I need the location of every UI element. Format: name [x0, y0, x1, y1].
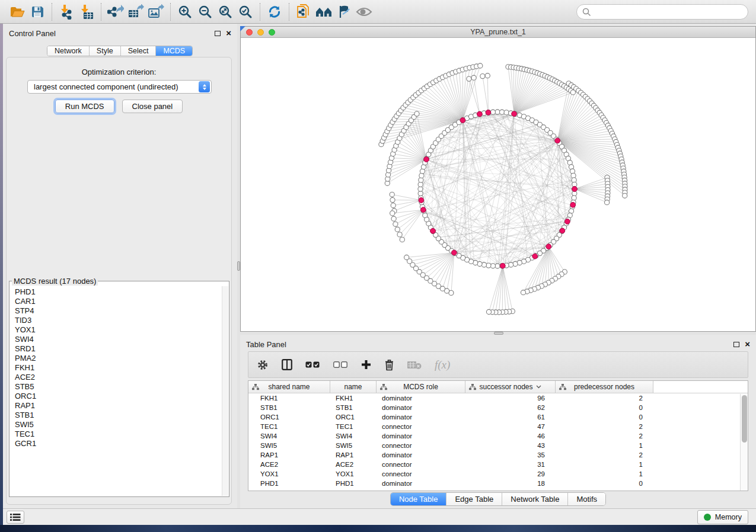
table-cell: 31: [465, 461, 556, 468]
minimize-traffic-light[interactable]: [257, 29, 264, 36]
show-panels-button[interactable]: [7, 511, 24, 524]
criterion-dropdown[interactable]: largest connected component (undirected): [27, 80, 212, 94]
table-row[interactable]: ORC1ORC1dominator610: [248, 412, 748, 422]
export-network-icon: [107, 4, 124, 20]
mcds-result-item[interactable]: SWI5: [10, 420, 222, 430]
hide-selected-button[interactable]: [334, 2, 354, 21]
tab-edge-table[interactable]: Edge Table: [446, 493, 502, 505]
table-scrollbar[interactable]: [740, 394, 748, 491]
scrollbar-thumb[interactable]: [742, 395, 747, 443]
column-header-shared-name[interactable]: shared name: [248, 381, 330, 393]
tab-mcds[interactable]: MCDS: [156, 46, 192, 56]
table-cell: 0: [556, 480, 653, 487]
table-row[interactable]: FKH1FKH1dominator962: [248, 393, 748, 403]
column-header-successor-nodes[interactable]: successor nodes: [465, 381, 556, 393]
table-row[interactable]: SWI4SWI4dominator462: [248, 431, 748, 441]
mcds-result-legend: MCDS result (17 nodes): [12, 277, 98, 286]
mcds-result-item[interactable]: PMA2: [10, 354, 222, 363]
close-traffic-light[interactable]: [246, 29, 253, 36]
table-cell: STB1: [248, 404, 330, 411]
mcds-result-item[interactable]: RAP1: [10, 401, 222, 411]
table-cell: dominator: [377, 451, 465, 459]
dropdown-stepper-icon[interactable]: [199, 81, 210, 92]
table-row[interactable]: PHD1PHD1dominator180: [248, 479, 748, 488]
column-header-MCDS-role[interactable]: MCDS role: [377, 381, 465, 393]
tab-select[interactable]: Select: [121, 46, 157, 56]
select-all-columns-button[interactable]: [305, 361, 320, 368]
desktop-wallpaper-bottom: [0, 525, 756, 532]
table-row[interactable]: STB1STB1dominator620: [248, 403, 748, 412]
table-row[interactable]: RAP1RAP1dominator352: [248, 450, 748, 460]
splitter-grip[interactable]: [237, 261, 240, 271]
splitter-grip[interactable]: [494, 332, 503, 335]
table-cell: 61: [465, 414, 556, 421]
mcds-result-item[interactable]: STP4: [10, 306, 222, 316]
maximize-traffic-light[interactable]: [269, 29, 275, 36]
table-row[interactable]: SWI5SWI5connector431: [248, 441, 748, 450]
delete-table-button[interactable]: [407, 360, 422, 370]
zoom-in-button[interactable]: [175, 2, 195, 21]
table-cell: PHD1: [330, 480, 377, 487]
network-canvas[interactable]: [241, 38, 755, 331]
save-session-button[interactable]: [27, 2, 47, 21]
tab-network[interactable]: Network: [47, 46, 90, 56]
horizontal-splitter[interactable]: [240, 332, 756, 335]
close-panel-button[interactable]: Close panel: [122, 100, 183, 113]
mcds-result-item[interactable]: TEC1: [10, 430, 222, 439]
create-column-button[interactable]: [361, 360, 371, 370]
table-panel-title: Table Panel: [246, 336, 733, 349]
tab-node-table[interactable]: Node Table: [391, 493, 447, 505]
deselect-all-columns-button[interactable]: [333, 361, 348, 368]
network-window-titlebar[interactable]: YPA_prune.txt_1: [241, 27, 755, 38]
show-column-panel-button[interactable]: [282, 359, 292, 370]
open-session-button[interactable]: [7, 2, 27, 21]
control-panel: Control Panel × Network Style Select MCD…: [3, 24, 237, 508]
mcds-result-item[interactable]: ACE2: [10, 373, 222, 382]
mcds-result-item[interactable]: SRD1: [10, 344, 222, 354]
column-header-predecessor-nodes[interactable]: predecessor nodes: [556, 381, 653, 393]
column-header-name[interactable]: name: [330, 381, 377, 393]
search-icon: [582, 8, 591, 17]
import-network-button[interactable]: [56, 2, 76, 21]
mcds-result-item[interactable]: ORC1: [10, 392, 222, 401]
refresh-layout-button[interactable]: [264, 2, 285, 21]
search-input[interactable]: [591, 5, 748, 18]
zoom-out-button[interactable]: [195, 2, 215, 21]
table-settings-button[interactable]: [257, 359, 269, 371]
table-row[interactable]: YOX1YOX1connector291: [248, 469, 748, 479]
mcds-result-item[interactable]: PHD1: [10, 287, 222, 297]
float-window-icon[interactable]: [215, 31, 221, 36]
mcds-list-scrollbar[interactable]: [222, 286, 228, 496]
mcds-result-item[interactable]: GCR1: [10, 439, 222, 448]
table-cell: 46: [465, 432, 556, 440]
close-panel-icon[interactable]: ×: [226, 30, 231, 36]
tab-network-table[interactable]: Network Table: [502, 493, 568, 505]
float-window-icon[interactable]: [733, 342, 739, 347]
zoom-selected-button[interactable]: [235, 2, 256, 21]
memory-button[interactable]: Memory: [697, 510, 748, 524]
mcds-result-item[interactable]: CAR1: [10, 297, 222, 306]
zoom-fit-button[interactable]: [215, 2, 235, 21]
network-from-file-button[interactable]: [294, 2, 314, 21]
tab-style[interactable]: Style: [90, 46, 121, 56]
first-neighbors-button[interactable]: [314, 2, 334, 21]
mcds-result-item[interactable]: YOX1: [10, 325, 222, 335]
show-all-button[interactable]: [354, 2, 374, 21]
vertical-splitter[interactable]: [237, 24, 240, 508]
mcds-result-item[interactable]: TID3: [10, 316, 222, 325]
table-row[interactable]: TEC1TEC1connector472: [248, 422, 748, 431]
import-table-button[interactable]: [76, 2, 97, 21]
export-image-button[interactable]: [146, 2, 166, 21]
table-row[interactable]: ACE2ACE2connector311: [248, 460, 748, 469]
mcds-result-item[interactable]: SWI4: [10, 335, 222, 344]
function-builder-button[interactable]: f(x): [435, 358, 450, 371]
run-mcds-button[interactable]: Run MCDS: [55, 100, 114, 113]
close-panel-icon[interactable]: ×: [745, 341, 750, 347]
tab-motifs[interactable]: Motifs: [568, 493, 605, 505]
mcds-result-item[interactable]: STB5: [10, 382, 222, 392]
delete-column-button[interactable]: [384, 359, 394, 371]
mcds-result-item[interactable]: STB1: [10, 411, 222, 420]
export-table-button[interactable]: [126, 2, 146, 21]
mcds-result-item[interactable]: FKH1: [10, 363, 222, 373]
export-network-button[interactable]: [106, 2, 126, 21]
